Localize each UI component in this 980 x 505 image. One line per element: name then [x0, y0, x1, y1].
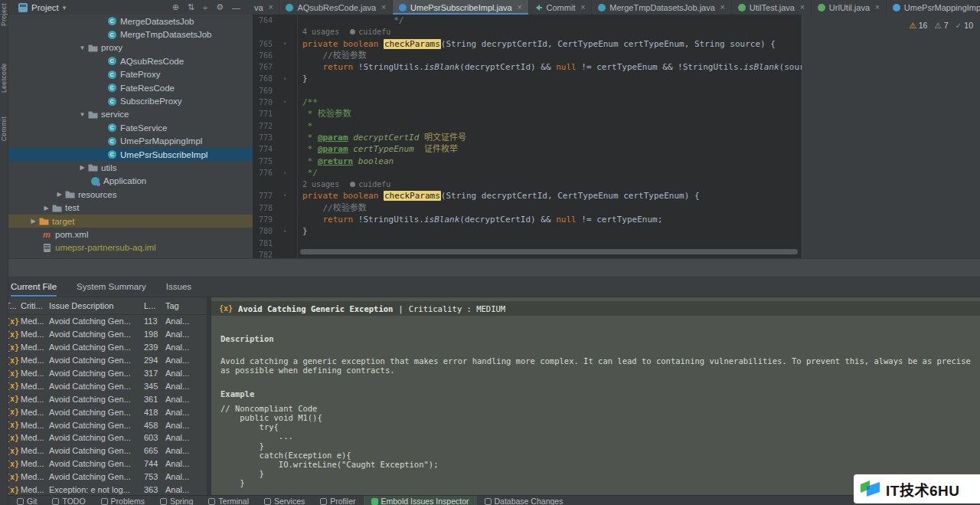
tool-stripe-button-leetcode[interactable]: Leetcode [0, 63, 8, 93]
editor-tab-utiltest-java[interactable]: UtilTest.java× [732, 0, 812, 15]
tree-item-faterescode[interactable]: CFateResCode [0, 81, 253, 94]
issue-row[interactable]: {x}Med...Avoid Catching Gen...603Anal... [0, 431, 207, 444]
tree-item-mergedatasetsjob[interactable]: CMergeDatasetsJob [0, 15, 253, 28]
chevron-down-icon[interactable]: ▼ [77, 44, 87, 51]
editor-tab-commit[interactable]: Commit× [529, 0, 593, 15]
editor-tab-label: MergeTmpDatasetsJob.java [609, 3, 715, 12]
issue-row[interactable]: {x}Med...Avoid Catching Gen...239Anal... [0, 341, 207, 354]
issue-row[interactable]: {x}Med...Avoid Catching Gen...418Anal... [0, 405, 207, 418]
chevron-right-icon[interactable]: ▶ [28, 218, 38, 225]
usages-hint[interactable]: 2 usages [302, 179, 339, 190]
tree-item-service[interactable]: ▼service [0, 108, 253, 121]
panel-splitter[interactable] [0, 258, 980, 277]
tree-item-test[interactable]: ▶test [0, 201, 253, 214]
chevron-right-icon[interactable]: ▶ [77, 164, 87, 171]
issue-row[interactable]: {x}Med...Avoid Catching Gen...744Anal... [0, 457, 207, 471]
author-hint[interactable]: cuidefu [350, 179, 390, 190]
collapse-all-icon[interactable]: ÷ [203, 3, 207, 12]
tree-item-subscribeproxy[interactable]: CSubscribeProxy [0, 94, 253, 107]
statusbar-item-git[interactable]: Git [9, 496, 44, 505]
tool-stripe-button-project[interactable]: Project [0, 3, 8, 26]
code-editor[interactable]: 764 */4 usagescuidefu765▾private boolean… [253, 15, 802, 258]
weak-warnings-indicator[interactable]: ⚠ 7 [934, 21, 948, 30]
horizontal-scrollbar[interactable] [300, 249, 798, 254]
code-token: isBlank [424, 62, 459, 72]
statusbar-item-terminal[interactable]: Terminal [201, 496, 256, 505]
tree-item-resources[interactable]: ▶resources [0, 188, 253, 201]
issue-row[interactable]: {x}Med...Avoid Catching Gen...345Anal... [0, 379, 207, 392]
tree-item-umepsrmappingimpl[interactable]: CUmePsrMappingImpl [0, 135, 253, 148]
close-icon[interactable]: × [269, 3, 273, 11]
code-line: 768▴} [253, 73, 802, 84]
project-dropdown[interactable]: Project ▾ [8, 3, 66, 12]
chevron-down-icon[interactable]: ▼ [77, 111, 87, 118]
statusbar-item-profiler[interactable]: Profiler [312, 496, 363, 505]
expand-collapse-icon[interactable]: ⇅ [188, 2, 194, 12]
statusbar-item-database-changes[interactable]: Database Changes [477, 496, 571, 505]
tool-stripe-button-commit[interactable]: Commit [0, 116, 8, 141]
tree-item-aqsubrescode[interactable]: CAQsubResCode [0, 54, 253, 67]
author-hint[interactable]: cuidefu [350, 26, 390, 38]
inspection-widget[interactable]: ⚠ 16 ⚠ 7 ✓ 10 [909, 21, 973, 30]
close-icon[interactable]: × [381, 3, 386, 11]
editor-tab-umepsrsubscribeimpl-java[interactable]: UmePsrSubscribeImpl.java× [393, 0, 529, 15]
issue-row[interactable]: {x}Med...Avoid Catching Gen...294Anal... [0, 354, 207, 367]
project-tree: CMergeDatasetsJobCMergeTmpDatasetsJob▼pr… [0, 15, 253, 276]
warnings-indicator[interactable]: ⚠ 16 [909, 21, 927, 30]
statusbar-item-services[interactable]: Services [256, 496, 312, 505]
settings-icon[interactable]: ⚙ [216, 2, 224, 12]
editor-tab-umepsrmappingimpl-java[interactable]: UmePsrMappingImpl.java× [887, 0, 980, 15]
tab-system-summary[interactable]: System Summary [77, 277, 146, 297]
column-header-criti[interactable]: Criti... [21, 301, 49, 310]
issue-tag: Anal... [165, 421, 201, 430]
tree-item-mergetmpdatasetsjob[interactable]: CMergeTmpDatasetsJob [0, 28, 253, 41]
tree-item-utils[interactable]: ▶utils [0, 161, 253, 174]
editor-tab-urlutil-java[interactable]: UrlUtil.java× [812, 0, 887, 15]
issue-row[interactable]: {x}Med...Avoid Catching Gen...361Anal... [0, 392, 207, 405]
tree-item-fateproxy[interactable]: CFateProxy [0, 68, 253, 81]
tab-issues[interactable]: Issues [166, 277, 191, 297]
chevron-right-icon[interactable]: ▶ [54, 191, 64, 198]
close-icon[interactable]: × [580, 3, 585, 11]
tree-item-label: FateService [120, 123, 167, 133]
statusbar-item-problems[interactable]: Problems [93, 496, 152, 505]
issue-row[interactable]: {x}Med...Avoid Catching Gen...458Anal... [0, 418, 207, 431]
statusbar-item-spring[interactable]: Spring [152, 496, 201, 505]
issue-row[interactable]: {x}Med...Exception: e not log...363Anal.… [0, 484, 207, 495]
tree-item-fateservice[interactable]: CFateService [0, 121, 253, 134]
ide-window: ProjectLeetcodeCommit Project ▾ ⊕⇅÷⚙— CM… [0, 0, 980, 505]
tree-item-target[interactable]: ▶target [0, 215, 253, 228]
close-icon[interactable]: × [800, 3, 805, 11]
tree-item-proxy[interactable]: ▼proxy [0, 41, 253, 54]
close-icon[interactable]: × [875, 3, 880, 11]
close-icon[interactable]: × [518, 3, 522, 11]
editor-tab-va[interactable]: va× [253, 0, 279, 15]
locate-icon[interactable]: ⊕ [172, 2, 179, 12]
tab-current-file[interactable]: Current File [11, 277, 57, 297]
issue-row[interactable]: {x}Med...Avoid Catching Gen...665Anal... [0, 444, 207, 457]
watermark-badge: IT技术6HU [854, 474, 980, 503]
tree-item-umepsrsubscribeimpl[interactable]: CUmePsrSubscribeImpl [0, 148, 253, 161]
close-icon[interactable]: × [720, 3, 725, 11]
hide-icon[interactable]: — [232, 3, 240, 12]
issue-row[interactable]: {x}Med...Avoid Catching Gen...198Anal... [0, 328, 207, 341]
tree-item-pom-xml[interactable]: mpom.xml [0, 228, 253, 241]
editor-tab-aqsubrescode-java[interactable]: AQsubResCode.java× [279, 0, 393, 15]
column-header-issue-description[interactable]: Issue Description [49, 301, 144, 310]
issue-row[interactable]: {x}Med...Avoid Catching Gen...113Anal... [0, 315, 207, 328]
usages-hint[interactable]: 4 usages [302, 26, 339, 38]
editor-tab-mergetmpdatasetsjob-java[interactable]: MergeTmpDatasetsJob.java× [592, 0, 731, 15]
issue-tag: Anal... [165, 343, 201, 352]
column-header-tag[interactable]: Tag [165, 301, 201, 310]
tree-item-umepsr-partnersub-aq-iml[interactable]: umepsr-partnersub-aq.iml [0, 241, 253, 254]
issue-row[interactable]: {x}Med...Avoid Catching Gen...317Anal... [0, 367, 207, 380]
issue-detail-pane: {x} Avoid Catching Generic Exception | C… [211, 297, 980, 495]
chevron-right-icon[interactable]: ▶ [41, 205, 51, 212]
statusbar-item-embold-issues-inspector[interactable]: Embold Issues Inspector [364, 496, 477, 505]
column-header-l[interactable]: L... [144, 301, 165, 310]
issue-row[interactable]: {x}Med...Avoid Catching Gen...753Anal... [0, 471, 207, 484]
code-text: //校验参数 [297, 50, 367, 61]
tree-item-application[interactable]: Application [0, 175, 253, 188]
ok-indicator[interactable]: ✓ 10 [956, 21, 973, 30]
statusbar-item-todo[interactable]: TODO [44, 496, 93, 505]
